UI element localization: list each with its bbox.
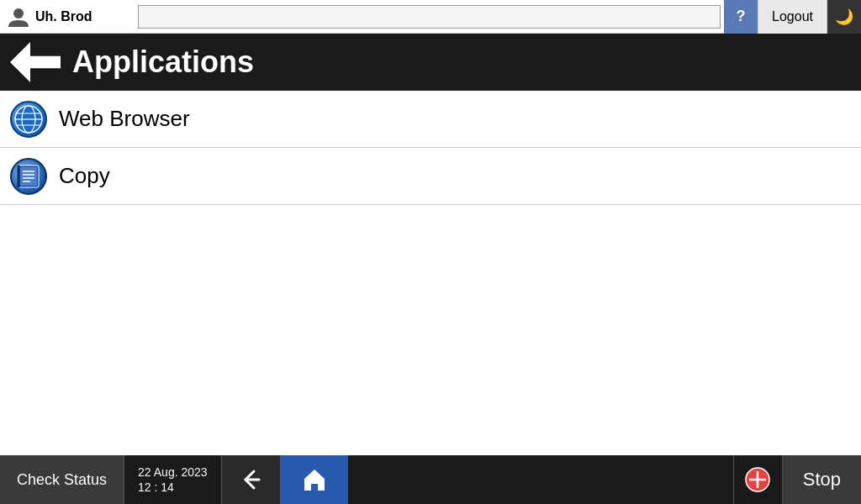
back-button[interactable]	[222, 455, 281, 504]
app-list: Web Browser Copy	[0, 91, 861, 205]
copy-icon	[10, 158, 47, 195]
svg-point-0	[13, 8, 24, 18]
app-item-web-browser[interactable]: Web Browser	[0, 91, 861, 148]
app-item-copy[interactable]: Copy	[0, 148, 861, 205]
bottom-bar: Check Status 22 Aug. 2023 12 : 14 Stop	[0, 455, 861, 504]
copy-label: Copy	[59, 163, 110, 189]
datetime-area: 22 Aug. 2023 12 : 14	[124, 455, 222, 504]
top-bar: Uh. Brod ? Logout 🌙	[0, 0, 861, 34]
page-title: Applications	[72, 45, 254, 80]
dark-mode-button[interactable]: 🌙	[827, 0, 861, 34]
check-status-button[interactable]: Check Status	[0, 455, 124, 504]
title-bar: Applications	[0, 34, 861, 91]
logout-button[interactable]: Logout	[758, 0, 827, 34]
user-area: Uh. Brod	[0, 5, 135, 29]
web-browser-icon	[10, 101, 47, 138]
shield-button[interactable]	[733, 455, 782, 504]
back-icon	[237, 466, 264, 493]
date-line2: 12 : 14	[138, 480, 208, 495]
home-button[interactable]	[281, 455, 348, 504]
svg-rect-8	[20, 167, 37, 186]
help-button[interactable]: ?	[724, 0, 758, 34]
web-browser-label: Web Browser	[59, 106, 190, 132]
stop-button[interactable]: Stop	[782, 455, 861, 504]
search-input[interactable]	[138, 5, 721, 29]
home-icon	[300, 465, 329, 494]
date-line1: 22 Aug. 2023	[138, 465, 208, 480]
search-area	[135, 5, 724, 29]
user-name: Uh. Brod	[35, 9, 92, 24]
user-icon	[7, 5, 30, 29]
back-arrow-icon[interactable]	[10, 42, 61, 82]
shield-icon	[744, 466, 771, 493]
